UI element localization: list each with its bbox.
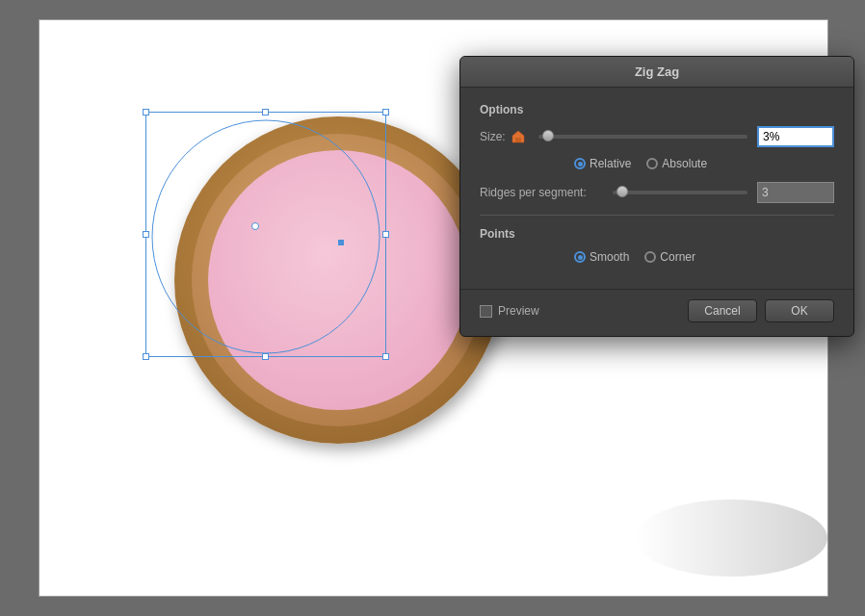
ridges-slider-thumb[interactable] <box>616 186 628 197</box>
selection-box <box>145 112 386 357</box>
radio-smooth-label[interactable]: Smooth <box>574 250 629 264</box>
radio-smooth[interactable] <box>574 251 586 263</box>
relative-text: Relative <box>590 157 631 170</box>
radio-absolute[interactable] <box>646 158 658 169</box>
ridges-input[interactable] <box>757 182 834 203</box>
handle-bottom-right[interactable] <box>382 353 389 360</box>
handle-bottom-left[interactable] <box>143 353 149 360</box>
absolute-text: Absolute <box>662 157 707 170</box>
radio-absolute-label[interactable]: Absolute <box>646 157 707 170</box>
radio-group-relative-absolute: Relative Absolute <box>574 157 707 170</box>
radio-relative[interactable] <box>574 158 586 169</box>
size-slider-track[interactable] <box>538 135 747 139</box>
options-header: Options <box>480 103 834 116</box>
dialog-titlebar: Zig Zag <box>460 57 853 88</box>
radio-relative-label[interactable]: Relative <box>574 157 631 170</box>
radio-corner[interactable] <box>644 251 656 263</box>
preview-checkbox-group: Preview <box>480 304 539 318</box>
dialog-footer: Preview Cancel OK <box>460 289 853 336</box>
center-point <box>251 222 259 230</box>
anchor-point <box>338 240 344 245</box>
handle-middle-left[interactable] <box>143 231 149 238</box>
preview-label: Preview <box>498 304 539 318</box>
smooth-corner-row: Smooth Corner <box>566 250 834 264</box>
handle-top-right[interactable] <box>382 109 389 116</box>
size-row: Size: <box>480 126 834 147</box>
handle-middle-right[interactable] <box>382 231 389 238</box>
size-icon <box>511 130 525 143</box>
ok-button[interactable]: OK <box>765 299 834 322</box>
section-divider <box>480 215 834 216</box>
corner-text: Corner <box>660 250 695 264</box>
ridges-slider-track[interactable] <box>613 191 747 194</box>
dialog-title: Zig Zag <box>635 64 679 79</box>
handle-bottom-middle[interactable] <box>262 353 269 360</box>
handle-top-left[interactable] <box>143 109 149 116</box>
handle-top-middle[interactable] <box>262 109 269 116</box>
ridges-label: Ridges per segment: <box>480 186 605 199</box>
cancel-button[interactable]: Cancel <box>688 299 757 322</box>
size-input[interactable] <box>757 126 834 147</box>
shadow <box>635 500 827 577</box>
dialog-body: Options Size: Relative <box>460 88 853 289</box>
zig-zag-dialog: Zig Zag Options Size: <box>459 56 854 337</box>
radio-group-smooth-corner: Smooth Corner <box>574 250 695 264</box>
ridges-row: Ridges per segment: <box>480 182 834 203</box>
points-header: Points <box>480 227 834 241</box>
svg-rect-2 <box>515 138 521 142</box>
radio-corner-label[interactable]: Corner <box>644 250 695 264</box>
size-slider-thumb[interactable] <box>542 130 554 141</box>
size-label: Size: <box>480 130 506 143</box>
preview-checkbox[interactable] <box>480 305 492 318</box>
relative-absolute-row: Relative Absolute <box>566 157 834 170</box>
smooth-text: Smooth <box>590 250 629 264</box>
